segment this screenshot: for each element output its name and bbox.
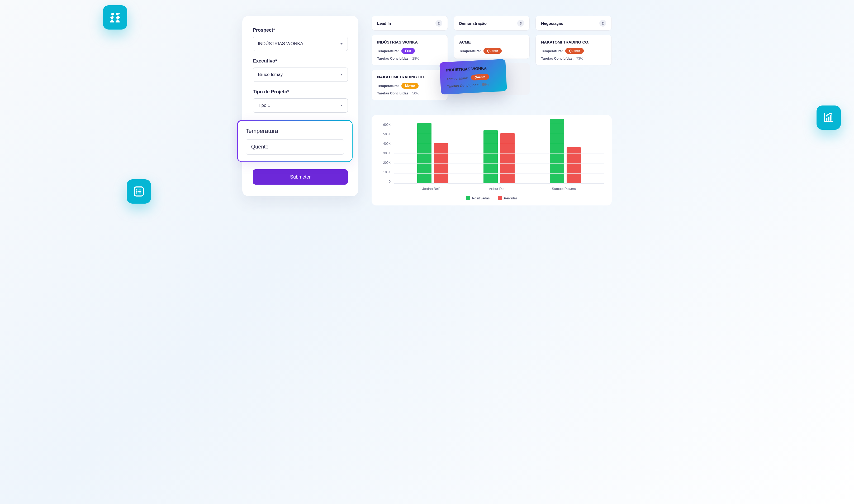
card-title: NAKATOMI TRADING CO. bbox=[541, 40, 606, 44]
temp-label: Temperatura: bbox=[459, 49, 481, 53]
legend-swatch bbox=[498, 196, 502, 200]
temperature-select[interactable]: Quente bbox=[246, 139, 344, 155]
column-title: Negociação bbox=[541, 21, 563, 25]
chart-plot bbox=[394, 123, 604, 183]
ytick-label: 100K bbox=[380, 170, 390, 174]
temp-label: Temperatura: bbox=[377, 49, 399, 53]
svg-point-5 bbox=[136, 190, 138, 191]
xtick-label: Jordan Belfort bbox=[422, 187, 443, 191]
kanban-card[interactable]: ACME Temperatura:Quente bbox=[454, 35, 530, 59]
ytick-label: 600K bbox=[380, 123, 390, 127]
chart-bar[interactable] bbox=[550, 119, 564, 183]
chart-icon[interactable] bbox=[817, 106, 841, 130]
prospect-value: INDÚSTRIAS WONKA bbox=[258, 41, 303, 47]
project-type-value: Tipo 1 bbox=[258, 103, 270, 108]
temp-badge: Quente bbox=[484, 48, 502, 54]
kanban-card[interactable]: INDÚSTRIAS WONKA Temperatura:Frio Tarefa… bbox=[371, 35, 448, 66]
tasks-label: Tarefas Concluídas: bbox=[377, 56, 409, 60]
column-count: 3 bbox=[517, 20, 524, 26]
temperature-value: Quente bbox=[251, 144, 269, 150]
column-header: Negociação 2 bbox=[536, 16, 612, 31]
svg-point-2 bbox=[111, 17, 113, 19]
prospect-field-group: Prospect* INDÚSTRIAS WONKA bbox=[253, 28, 348, 51]
contacts-icon[interactable] bbox=[103, 5, 127, 30]
svg-rect-1 bbox=[116, 15, 119, 15]
prospect-label: Prospect* bbox=[253, 28, 348, 33]
executive-select[interactable]: Bruce Ismay bbox=[253, 68, 348, 82]
svg-rect-11 bbox=[826, 118, 827, 121]
temp-badge: Frio bbox=[401, 48, 415, 54]
column-header: Demonstração 3 bbox=[454, 16, 530, 31]
executive-value: Bruce Ismay bbox=[258, 72, 283, 77]
ytick-label: 500K bbox=[380, 132, 390, 136]
ytick-label: 300K bbox=[380, 151, 390, 155]
svg-rect-13 bbox=[830, 115, 832, 121]
chart-legend: PositivadasPerdidas bbox=[380, 196, 604, 200]
kanban-card[interactable]: NAKATOMI TRADING CO. Temperatura:Quente … bbox=[536, 35, 612, 66]
column-header: Lead In 2 bbox=[371, 16, 448, 31]
kanban-column: Negociação 2 NAKATOMI TRADING CO. Temper… bbox=[536, 16, 612, 105]
kanban-card[interactable]: NAKATOMI TRADING CO. Temperatura:Morno T… bbox=[371, 70, 448, 100]
project-type-label: Tipo de Projeto* bbox=[253, 89, 348, 95]
chevron-down-icon bbox=[340, 74, 343, 75]
svg-rect-0 bbox=[116, 13, 120, 14]
tasks-value: 56% bbox=[482, 82, 489, 87]
chart-bar[interactable] bbox=[484, 130, 498, 183]
column-title: Demonstração bbox=[459, 21, 487, 25]
xtick-label: Arthur Dent bbox=[489, 187, 506, 191]
svg-point-7 bbox=[136, 191, 138, 192]
column-count: 2 bbox=[435, 20, 442, 26]
column-count: 2 bbox=[599, 20, 606, 26]
svg-rect-12 bbox=[828, 116, 830, 121]
chart-bar[interactable] bbox=[567, 147, 581, 183]
executive-field-group: Executivo* Bruce Ismay bbox=[253, 58, 348, 82]
temperature-label: Temperatura bbox=[246, 128, 344, 134]
prospect-select[interactable]: INDÚSTRIAS WONKA bbox=[253, 37, 348, 51]
svg-rect-10 bbox=[138, 193, 141, 193]
temp-badge: Morno bbox=[401, 83, 419, 89]
temp-label: Temperatura: bbox=[541, 49, 563, 53]
tasks-label: Tarefas Concluídas: bbox=[447, 83, 480, 88]
tasks-label: Tarefas Concluídas: bbox=[541, 56, 573, 60]
list-icon[interactable] bbox=[127, 179, 151, 204]
chart-panel: 600K500K400K300K200K100K0 Jordan Belfort… bbox=[371, 115, 612, 205]
svg-rect-8 bbox=[138, 191, 141, 192]
legend-label: Positivadas bbox=[472, 196, 490, 200]
ytick-label: 400K bbox=[380, 142, 390, 146]
chevron-down-icon bbox=[340, 105, 343, 106]
chevron-down-icon bbox=[340, 43, 343, 44]
project-type-field-group: Tipo de Projeto* Tipo 1 bbox=[253, 89, 348, 113]
svg-point-9 bbox=[136, 192, 138, 194]
card-title: INDÚSTRIAS WONKA bbox=[446, 65, 500, 73]
right-area: Lead In 2 INDÚSTRIAS WONKA Temperatura:F… bbox=[371, 16, 612, 205]
project-type-select[interactable]: Tipo 1 bbox=[253, 98, 348, 113]
executive-label: Executivo* bbox=[253, 58, 348, 64]
temp-label: Temperatura: bbox=[447, 76, 468, 81]
chart-xaxis: Jordan BelfortArthur DentSamuel Powers bbox=[380, 183, 604, 191]
card-title: INDÚSTRIAS WONKA bbox=[377, 40, 442, 44]
chart-bar[interactable] bbox=[500, 133, 515, 183]
chart-yaxis: 600K500K400K300K200K100K0 bbox=[380, 123, 394, 183]
ytick-label: 0 bbox=[380, 180, 390, 183]
legend-item[interactable]: Positivadas bbox=[466, 196, 490, 200]
xtick-label: Samuel Powers bbox=[552, 187, 576, 191]
temp-badge: Quente bbox=[471, 74, 489, 81]
tasks-value: 73% bbox=[576, 56, 583, 60]
submit-button[interactable]: Submeter bbox=[253, 169, 348, 185]
column-title: Lead In bbox=[377, 21, 391, 25]
form-panel: Prospect* INDÚSTRIAS WONKA Executivo* Br… bbox=[242, 16, 359, 196]
card-title: NAKATOMI TRADING CO. bbox=[377, 75, 442, 79]
svg-rect-6 bbox=[138, 190, 141, 191]
dragged-card[interactable]: INDÚSTRIAS WONKA Temperatura: Quente Tar… bbox=[439, 59, 507, 95]
svg-point-3 bbox=[116, 17, 119, 19]
tasks-value: 50% bbox=[412, 91, 419, 95]
card-title: ACME bbox=[459, 40, 524, 44]
legend-item[interactable]: Perdidas bbox=[498, 196, 518, 200]
legend-label: Perdidas bbox=[504, 196, 518, 200]
ytick-label: 200K bbox=[380, 161, 390, 165]
kanban-column: Lead In 2 INDÚSTRIAS WONKA Temperatura:F… bbox=[371, 16, 448, 105]
temperature-highlight: Temperatura Quente bbox=[237, 120, 353, 162]
tasks-value: 28% bbox=[412, 56, 419, 60]
tasks-label: Tarefas Concluídas: bbox=[377, 91, 409, 95]
temp-label: Temperatura: bbox=[377, 84, 399, 88]
